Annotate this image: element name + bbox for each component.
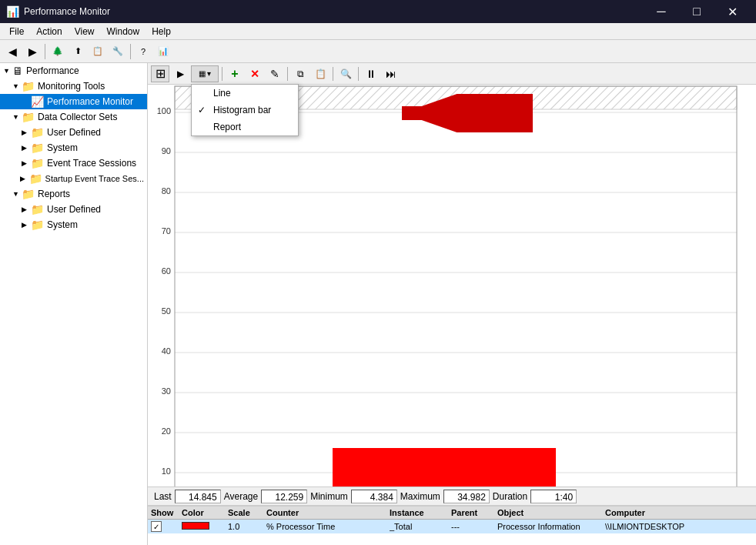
dd-item-report[interactable]: Report [192,119,298,135]
menu-help[interactable]: Help [146,25,177,38]
svg-text:80: 80 [162,186,171,196]
reports-icon: 📁 [22,188,35,200]
minimize-button[interactable]: ─ [644,0,679,23]
expand-icon-rsys: ▶ [22,221,31,229]
dcs-icon: 📁 [22,111,35,123]
svg-text:60: 60 [162,266,171,276]
sidebar-item-event-trace[interactable]: ▶ 📁 Event Trace Sessions [0,155,147,171]
ct-zoom[interactable]: 🔍 [336,65,355,82]
sidebar-item-reports-user-defined[interactable]: ▶ 📁 User Defined [0,202,147,217]
legend-col-computer: Computer [605,508,753,517]
set-icon: 📁 [29,172,42,185]
stats-bar: Last 14.845 Average 12.259 Minimum 4.384… [148,486,756,505]
sidebar-label-startup-event-trace: Startup Event Trace Ses... [45,174,144,183]
svg-text:50: 50 [162,306,171,316]
sidebar-label-system: System [47,142,78,153]
ct-view-type-dropdown[interactable]: ▦ ▾ [191,65,219,82]
ct-next[interactable]: ⏭ [382,65,400,82]
legend-row-counter: % Processor Time [266,522,390,531]
min-value: 4.384 [351,490,397,503]
legend-row-color [182,522,228,531]
perf-mon-icon: 📈 [31,95,44,108]
ct-properties[interactable]: ⊞ [151,65,169,82]
sidebar-item-performance[interactable]: ▼ 🖥 Performance [0,63,147,79]
ct-copy[interactable]: ⧉ [291,65,309,82]
legend-col-color: Color [182,508,228,517]
tb-up[interactable]: ⬆ [69,42,87,61]
svg-text:90: 90 [162,146,171,155]
sidebar-item-data-collector-sets[interactable]: ▼ 📁 Data Collector Sets [0,109,147,125]
legend-col-counter: Counter [266,508,390,517]
ct-paste[interactable]: 📋 [311,65,329,82]
svg-text:100: 100 [157,106,171,115]
max-label: Maximum [397,491,443,502]
menu-window[interactable]: Window [101,25,146,38]
duration-label: Duration [490,491,530,502]
ct-delete[interactable]: ✕ [246,65,264,82]
expand-icon-monitoring: ▼ [12,82,22,90]
legend-row-parent: --- [451,522,497,531]
svg-text:70: 70 [162,226,171,236]
sidebar-item-monitoring-tools[interactable]: ▼ 📁 Monitoring Tools [0,79,147,94]
menu-action[interactable]: Action [30,25,68,38]
tb-help[interactable]: ? [134,42,152,61]
legend-data-row[interactable]: ✓ 1.0 % Processor Time _Total --- Proces… [148,520,756,533]
sidebar-item-performance-monitor[interactable]: 📈 Performance Monitor [0,94,147,109]
dd-item-histogram[interactable]: ✓ Histogram bar [192,102,298,119]
dd-label-histogram: Histogram bar [213,105,271,115]
sidebar-label-reports-user-defined: User Defined [47,204,101,215]
sidebar-item-reports[interactable]: ▼ 📁 Reports [0,186,147,202]
sidebar-label-user-defined: User Defined [47,127,101,138]
chart-svg: 100 90 80 70 60 50 40 30 20 10 0 [148,85,756,486]
ct-highlight[interactable]: ✎ [266,65,284,82]
sidebar-label-performance: Performance [26,65,79,76]
close-button[interactable]: ✕ [714,0,750,23]
sidebar-item-system[interactable]: ▶ 📁 System [0,140,147,155]
tb-show-hide-tree[interactable]: 🌲 [49,42,67,61]
sidebar-label-performance-monitor: Performance Monitor [47,96,133,107]
legend-row-show: ✓ [151,521,182,532]
expand-icon-ud: ▶ [22,129,31,136]
tb-forward[interactable]: ▶ [23,42,42,61]
row-checkbox[interactable]: ✓ [151,521,162,532]
tb-show-pane[interactable]: 📋 [89,42,107,61]
sidebar-label-reports-system: System [47,219,78,230]
legend-table: Show Color Scale Counter Instance Parent… [148,505,756,545]
tb-properties2[interactable]: 🔧 [109,42,127,61]
sys-icon: 📁 [31,142,44,154]
ets-icon: 📁 [31,157,44,169]
legend-row-instance: _Total [390,522,451,531]
performance-icon: 🖥 [12,65,23,77]
legend-col-object: Object [497,508,605,517]
ct-freeze[interactable]: ▶ [171,65,189,82]
dd-label-report: Report [213,122,241,132]
ct-add[interactable]: + [226,65,244,82]
histogram-bar [333,448,556,486]
legend-col-scale: Scale [228,508,266,517]
global-toolbar: ◀ ▶ 🌲 ⬆ 📋 🔧 ? 📊 [0,40,756,63]
sidebar-item-startup-event-trace[interactable]: ▶ 📁 Startup Event Trace Ses... [0,171,147,186]
view-type-dropdown-menu: Line ✓ Histogram bar Report [191,84,299,136]
chart-toolbar: ⊞ ▶ ▦ ▾ + ✕ ✎ ⧉ 📋 🔍 ⏸ ⏭ Line [148,63,756,85]
last-label: Last [151,491,175,502]
maximize-button[interactable]: □ [679,0,714,23]
sidebar: ▼ 🖥 Performance ▼ 📁 Monitoring Tools 📈 P… [0,63,148,545]
legend-col-parent: Parent [451,508,497,517]
window-title: Performance Monitor [24,6,644,17]
sidebar-item-reports-system[interactable]: ▶ 📁 System [0,217,147,232]
tb-extra[interactable]: 📊 [154,42,172,61]
tb-back[interactable]: ◀ [3,42,22,61]
menubar: File Action View Window Help [0,23,756,40]
dd-item-line[interactable]: Line [192,85,298,102]
ud-icon: 📁 [31,126,44,139]
sidebar-item-user-defined[interactable]: ▶ 📁 User Defined [0,125,147,140]
expand-icon-rud: ▶ [22,206,31,213]
menu-view[interactable]: View [69,25,101,38]
svg-rect-3 [148,85,756,486]
ct-pause[interactable]: ⏸ [362,65,380,82]
expand-icon-ets: ▶ [22,159,31,167]
last-value: 14.845 [175,490,221,503]
legend-col-instance: Instance [390,508,451,517]
menu-file[interactable]: File [3,25,30,38]
dd-label-line: Line [213,88,231,99]
